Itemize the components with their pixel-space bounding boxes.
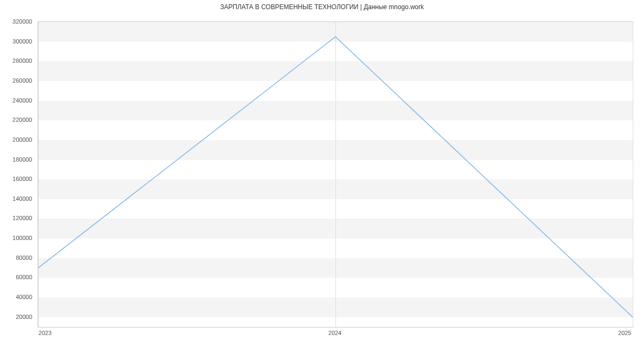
- x-axis-labels: 202320242025: [38, 330, 633, 340]
- grid-line-vertical: [633, 22, 633, 327]
- line-series: [38, 22, 633, 327]
- y-tick-label: 280000: [12, 57, 32, 64]
- y-axis-labels: 2000040000600008000010000012000014000016…: [0, 21, 35, 328]
- y-tick-label: 300000: [12, 38, 32, 45]
- y-tick-label: 140000: [12, 195, 32, 202]
- y-tick-label: 120000: [12, 215, 32, 221]
- y-tick-label: 180000: [12, 156, 32, 163]
- y-tick-label: 40000: [16, 294, 32, 300]
- y-tick-label: 320000: [12, 18, 32, 25]
- y-tick-label: 240000: [12, 97, 32, 104]
- y-tick-label: 80000: [16, 255, 32, 261]
- series-polyline: [38, 37, 633, 317]
- y-tick-label: 160000: [12, 176, 32, 182]
- x-tick-label: 2023: [39, 330, 52, 336]
- y-tick-label: 20000: [16, 314, 32, 320]
- x-tick-label: 2024: [328, 330, 341, 336]
- y-tick-label: 200000: [12, 136, 32, 143]
- plot-area: [38, 21, 633, 328]
- y-tick-label: 100000: [12, 235, 32, 241]
- chart-title: ЗАРПЛАТА В СОВРЕМЕННЫЕ ТЕХНОЛОГИИ | Данн…: [0, 3, 644, 11]
- y-tick-label: 220000: [12, 117, 32, 123]
- y-tick-label: 260000: [12, 77, 32, 84]
- y-tick-label: 60000: [16, 274, 32, 280]
- x-tick-label: 2025: [618, 330, 631, 336]
- chart-container: ЗАРПЛАТА В СОВРЕМЕННЫЕ ТЕХНОЛОГИИ | Данн…: [0, 0, 644, 349]
